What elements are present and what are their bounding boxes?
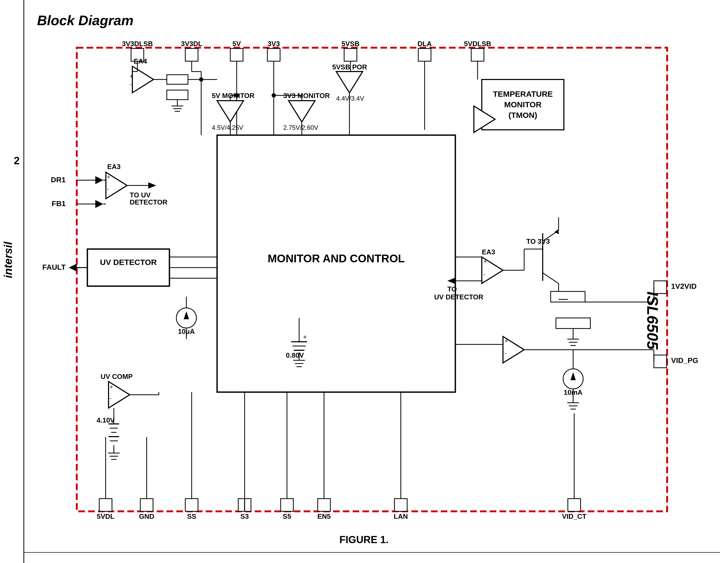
svg-text:UV DETECTOR: UV DETECTOR [434, 293, 483, 301]
label-5vsb-por: 5VSB POR [332, 63, 367, 71]
label-dla: DLA [417, 40, 432, 48]
label-temp2: MONITOR [504, 100, 541, 109]
circuit-diagram: Block Diagram ISL6505 2 intersil 3V3DLSB… [0, 0, 728, 563]
label-to-uv-right: TO [447, 285, 457, 293]
svg-text:-: - [483, 271, 485, 277]
pin-box-3v3 [267, 48, 280, 61]
label-ea4: EA4 [134, 57, 147, 65]
label-plus-0v80: + [303, 333, 307, 341]
label-5vdl: 5VDL [97, 512, 115, 520]
chip-name-label: ISL6505 [644, 292, 661, 350]
label-0v80: 0.80V [286, 351, 304, 359]
svg-text:-: - [130, 81, 132, 87]
dr1-arrow [95, 176, 103, 184]
svg-text:DETECTOR: DETECTOR [130, 198, 168, 206]
diagram-title: Block Diagram [37, 13, 133, 28]
pin-box-en5 [318, 499, 330, 511]
pin-box-lan [394, 499, 407, 511]
label-en5: EN5 [317, 512, 331, 520]
label-vid-pg: VID_PG [671, 356, 698, 365]
pin-box-5vdlsb [471, 48, 484, 61]
fault-arrow [69, 263, 77, 271]
pin-box-5vsb [344, 48, 357, 61]
svg-text:-: - [110, 395, 111, 401]
pin-box-5v [230, 48, 243, 61]
5vsb-por-triangle [336, 71, 363, 93]
svg-line-66 [543, 273, 559, 284]
label-gnd: GND [139, 512, 154, 520]
label-uv-comp: UV COMP [101, 373, 133, 381]
resistor-right2 [556, 318, 590, 329]
resistor-right1 [551, 292, 585, 302]
label-vid-ct: VID_CT [562, 512, 587, 520]
label-temp1: TEMPERATURE [493, 89, 553, 98]
3v3-monitor-triangle [289, 101, 315, 122]
uv-arrow-left [148, 182, 156, 189]
page: Block Diagram ISL6505 2 intersil 3V3DLSB… [0, 0, 728, 563]
uv-detector-block [87, 249, 169, 286]
ea4-opamp [132, 66, 154, 93]
label-ss: SS [187, 512, 196, 520]
label-lan: LAN [394, 512, 408, 520]
label-s3: S3 [240, 512, 249, 520]
label-fault: FAULT [42, 263, 66, 271]
resistor2 [167, 90, 188, 100]
resistor1 [167, 75, 188, 84]
label-1v2vid: 1V2VID [671, 282, 697, 291]
label-s5: S5 [283, 512, 291, 520]
page-number: 2 [14, 155, 20, 166]
logo: intersil [2, 241, 14, 278]
svg-text:+: + [130, 73, 133, 79]
pin-box-3v3dl [185, 48, 198, 61]
pin-box-dla [418, 48, 431, 61]
label-ea3-right: EA3 [482, 248, 495, 256]
pin-box-s5 [281, 499, 293, 511]
svg-text:-: - [505, 350, 506, 356]
label-5v-monitor-val: 4.5V/4.25V [212, 124, 243, 131]
pin-box-5vdl [99, 499, 112, 511]
junction2 [235, 93, 239, 97]
svg-text:+: + [505, 338, 508, 344]
5v-monitor-triangle [217, 101, 244, 122]
label-5vdlsb: 5VDLSB [464, 40, 491, 48]
label-5vsb-val: 4.4V/3.4V [336, 95, 364, 102]
pin-box-gnd [140, 499, 153, 511]
label-to-uv-left: TO UV [130, 191, 151, 199]
label-3v3-monitor-val: 2.75V/2.60V [283, 124, 318, 131]
pin-box-1v2vid [654, 281, 667, 294]
svg-text:+: + [483, 258, 487, 265]
monitor-control-label: MONITOR AND CONTROL [268, 252, 405, 265]
label-fb1: FB1 [52, 199, 66, 208]
figure-caption: FIGURE 1. [339, 534, 389, 545]
label-temp3: (TMON) [509, 111, 537, 119]
svg-text:-: - [107, 185, 109, 192]
pin-box-ss [185, 499, 198, 511]
pin-box-vid-pg [654, 355, 667, 368]
label-uv-det1: UV DETECTOR [100, 258, 157, 266]
svg-text:+: + [110, 384, 113, 390]
junction1 [199, 77, 203, 82]
svg-text:+: + [107, 173, 110, 180]
fb1-arrow [95, 200, 103, 208]
junction3 [272, 93, 276, 97]
label-3v3dl: 3V3DL [181, 40, 203, 48]
label-ea3-left: EA3 [107, 163, 121, 171]
label-5vsb: 5VSB [341, 40, 359, 48]
label-5v: 5V [232, 40, 241, 48]
label-3v3dlsb: 3V3DLSB [122, 40, 153, 48]
label-4v10: 4.10V [97, 416, 115, 424]
label-3v3: 3V3 [268, 40, 280, 48]
pin-box-vid-ct [568, 499, 581, 511]
label-dr1: DR1 [51, 176, 66, 184]
